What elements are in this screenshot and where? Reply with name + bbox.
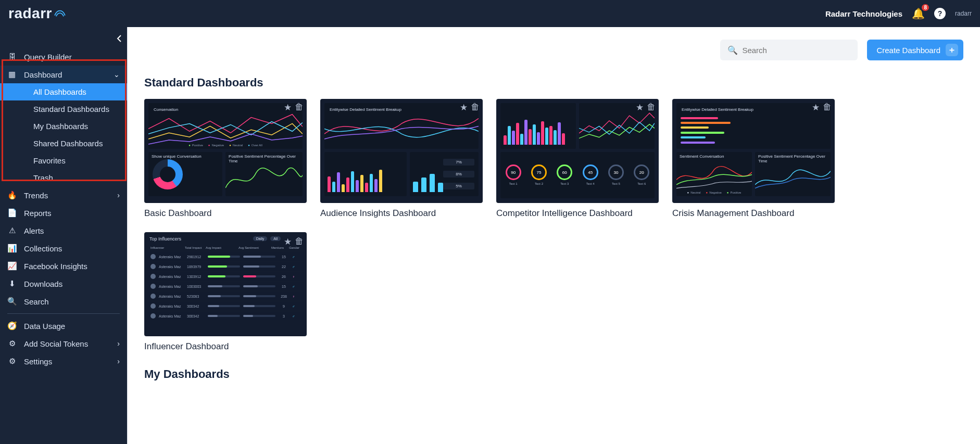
- top-bar: radarr Radarr Technologies 🔔 8 ? radarr: [0, 0, 980, 27]
- flame-icon: 🔥: [7, 191, 17, 200]
- subnav-shared-dashboards[interactable]: Shared Dashboards: [0, 135, 127, 152]
- subnav-all-dashboards[interactable]: All Dashboards: [0, 83, 127, 100]
- nav-dashboard[interactable]: ▦ Dashboard ⌄: [0, 66, 127, 83]
- card-label: Basic Dashboard: [144, 208, 307, 219]
- sidebar: 🗄 Query Builder ▦ Dashboard ⌄ All Dashbo…: [0, 27, 128, 444]
- notif-badge: 8: [922, 4, 929, 11]
- trash-icon[interactable]: 🗑: [647, 102, 656, 113]
- card-basic[interactable]: ★ 🗑 Conservation Positive: [144, 99, 307, 219]
- standard-cards-grid: ★ 🗑 Conservation Positive: [144, 99, 963, 352]
- cog-icon: ⚙: [7, 357, 17, 366]
- star-icon[interactable]: ★: [284, 236, 292, 247]
- subnav-favorites[interactable]: Favorites: [0, 152, 127, 169]
- card-thumb: ★ 🗑: [496, 99, 659, 203]
- subnav-standard-dashboards[interactable]: Standard Dashboards: [0, 100, 127, 118]
- org-name[interactable]: Radarr Technologies: [825, 9, 902, 18]
- trash-icon[interactable]: 🗑: [471, 102, 480, 113]
- nav-reports[interactable]: 📄 Reports: [0, 204, 127, 222]
- gauge-row: 90Text 1 75Text 2 60Text 3 45Text 4 30Te…: [500, 152, 655, 198]
- search-input[interactable]: [742, 46, 850, 55]
- star-icon[interactable]: ★: [284, 102, 292, 113]
- nav-label: Trends: [24, 191, 48, 200]
- plus-icon: ＋: [946, 44, 958, 56]
- app-logo[interactable]: radarr: [8, 5, 66, 22]
- search-list-icon: 🔍: [7, 297, 17, 306]
- logo-wave-icon: [54, 9, 66, 18]
- nav-search[interactable]: 🔍 Search: [0, 293, 127, 310]
- nav-label: Alerts: [24, 226, 44, 235]
- nav-collections[interactable]: 📊 Collections: [0, 239, 127, 257]
- nav-query-builder[interactable]: 🗄 Query Builder: [0, 48, 127, 66]
- top-right: Radarr Technologies 🔔 8 ? radarr: [825, 7, 972, 20]
- nav-label: Dashboard: [24, 70, 62, 79]
- card-thumb: ★ 🗑 Entitywise Detailed Sentiment Breaku…: [320, 99, 483, 203]
- logo-text: radarr: [8, 5, 52, 22]
- card-thumb: ★ 🗑 Daily All Top Influencers Influencer…: [144, 232, 307, 336]
- main-content: 🔍 Create Dashboard ＋ Standard Dashboards…: [128, 27, 980, 444]
- star-icon[interactable]: ★: [636, 102, 644, 113]
- trash-icon[interactable]: 🗑: [295, 236, 304, 247]
- chevron-down-icon: ⌄: [114, 70, 120, 79]
- subnav-trash[interactable]: Trash: [0, 169, 127, 186]
- card-competitor[interactable]: ★ 🗑: [496, 99, 659, 219]
- collection-icon: 📊: [7, 244, 17, 253]
- nav-label: Facebook Insights: [24, 262, 87, 271]
- card-label: Competitor Intelligence Dashboard: [496, 208, 659, 219]
- nav-facebook-insights[interactable]: 📈 Facebook Insights: [0, 257, 127, 275]
- chevron-right-icon: ›: [117, 357, 120, 365]
- section-title-my: My Dashboards: [144, 367, 963, 381]
- token-icon: ⚙: [7, 339, 17, 348]
- file-icon: 📄: [7, 208, 17, 218]
- nav-label: Data Usage: [24, 322, 65, 331]
- warning-icon: ⚠: [7, 226, 17, 235]
- nav-label: Add Social Tokens: [24, 339, 88, 348]
- create-dashboard-button[interactable]: Create Dashboard ＋: [867, 40, 963, 60]
- nav-downloads[interactable]: ⬇ Downloads: [0, 275, 127, 293]
- create-label: Create Dashboard: [876, 46, 940, 55]
- notifications-button[interactable]: 🔔 8: [912, 7, 925, 20]
- donut-chart-icon: [153, 159, 183, 189]
- nav-data-usage[interactable]: 🧭 Data Usage: [0, 317, 127, 335]
- database-icon: 🗄: [7, 52, 17, 61]
- gauge-icon: 🧭: [7, 321, 17, 331]
- toolbar: 🔍 Create Dashboard ＋: [144, 40, 963, 60]
- card-crisis[interactable]: ★ 🗑 Entitywise Detailed Sentiment Breaku…: [672, 99, 835, 219]
- nav-add-social-tokens[interactable]: ⚙ Add Social Tokens ›: [0, 335, 127, 352]
- card-label: Crisis Management Dashboard: [672, 208, 835, 219]
- card-audience[interactable]: ★ 🗑 Entitywise Detailed Sentiment Breaku…: [320, 99, 483, 219]
- search-icon: 🔍: [727, 45, 738, 55]
- dashboard-icon: ▦: [7, 70, 17, 79]
- section-title-standard: Standard Dashboards: [144, 76, 963, 90]
- search-box[interactable]: 🔍: [720, 40, 858, 60]
- help-button[interactable]: ?: [934, 8, 946, 19]
- mini-logo[interactable]: radarr: [955, 10, 972, 17]
- chevron-right-icon: ›: [117, 191, 120, 199]
- nav-trends[interactable]: 🔥 Trends ›: [0, 186, 127, 204]
- nav-label: Collections: [24, 244, 62, 253]
- nav-label: Downloads: [24, 280, 62, 288]
- nav-alerts[interactable]: ⚠ Alerts: [0, 222, 127, 239]
- chart-icon: 📈: [7, 261, 17, 271]
- nav-divider: [7, 313, 120, 314]
- card-thumb: ★ 🗑 Entitywise Detailed Sentiment Breaku…: [672, 99, 835, 203]
- nav-label: Settings: [24, 357, 52, 366]
- download-icon: ⬇: [7, 279, 17, 288]
- nav-dashboard-submenu: All Dashboards Standard Dashboards My Da…: [0, 83, 127, 186]
- chevron-right-icon: ›: [117, 339, 120, 348]
- nav: 🗄 Query Builder ▦ Dashboard ⌄ All Dashbo…: [0, 27, 127, 370]
- subnav-my-dashboards[interactable]: My Dashboards: [0, 118, 127, 135]
- nav-settings[interactable]: ⚙ Settings ›: [0, 352, 127, 370]
- nav-label: Reports: [24, 209, 52, 218]
- trash-icon[interactable]: 🗑: [295, 102, 304, 113]
- card-influencer[interactable]: ★ 🗑 Daily All Top Influencers Influencer…: [144, 232, 307, 352]
- nav-label: Search: [24, 297, 49, 306]
- card-label: Influencer Dashboard: [144, 341, 307, 352]
- trash-icon[interactable]: 🗑: [823, 102, 832, 113]
- star-icon[interactable]: ★: [460, 102, 468, 113]
- star-icon[interactable]: ★: [812, 102, 820, 113]
- card-thumb: ★ 🗑 Conservation Positive: [144, 99, 307, 203]
- nav-label: Query Builder: [24, 53, 72, 61]
- sidebar-collapse-button[interactable]: [117, 35, 122, 44]
- card-label: Audience Insights Dashboard: [320, 208, 483, 219]
